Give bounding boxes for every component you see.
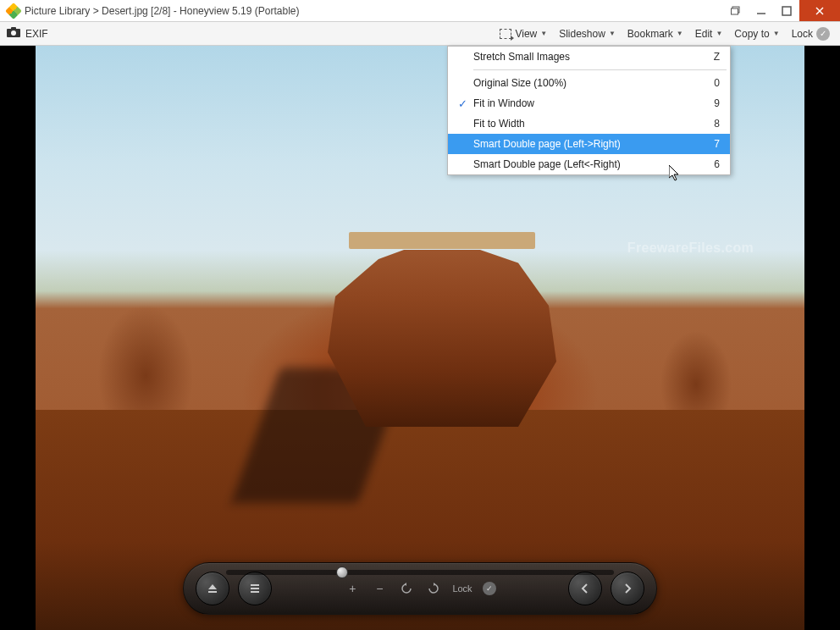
edit-label: Edit	[695, 28, 713, 40]
next-button[interactable]	[611, 572, 644, 605]
lock-button[interactable]: Lock ✓	[788, 24, 833, 44]
menu-item-fit-width[interactable]: Fit to Width 8	[448, 113, 730, 134]
svg-rect-3	[782, 7, 791, 15]
zoom-out-button[interactable]: −	[371, 580, 388, 597]
titlebar: Picture Library > Desert.jpg [2/8] - Hon…	[0, 0, 840, 22]
chevron-down-icon: ▼	[773, 30, 780, 37]
control-lock-label: Lock	[452, 583, 472, 594]
minimize-button[interactable]	[749, 0, 774, 21]
menu-item-double-lr[interactable]: Smart Double page (Left->Right) 7	[448, 134, 730, 154]
menu-shortcut: 0	[703, 77, 720, 89]
svg-rect-1	[732, 8, 738, 14]
menu-label: Fit to Width	[473, 118, 703, 130]
zoom-in-button[interactable]: +	[344, 580, 361, 597]
edit-menu[interactable]: Edit ▼	[692, 25, 727, 43]
slider-thumb[interactable]	[336, 566, 348, 578]
svg-rect-11	[251, 584, 259, 586]
menu-shortcut: 6	[703, 158, 720, 170]
check-icon: ✓	[451, 97, 473, 110]
control-lock-toggle[interactable]: ✓	[483, 582, 496, 595]
position-slider[interactable]	[226, 570, 614, 575]
view-label: View	[515, 28, 537, 40]
menu-separator	[473, 69, 727, 70]
menu-label: Smart Double page (Left<-Right)	[473, 158, 703, 170]
restore-down-indicator-icon	[723, 0, 749, 21]
svg-rect-12	[251, 588, 259, 589]
lock-label: Lock	[792, 28, 813, 40]
watermark-text: FreewareFiles.com	[627, 240, 754, 256]
check-circle-icon: ✓	[816, 27, 830, 41]
window-title: Picture Library > Desert.jpg [2/8] - Hon…	[25, 5, 723, 17]
menu-shortcut: 9	[703, 97, 720, 109]
svg-rect-7	[11, 27, 16, 30]
rotate-cw-button[interactable]	[425, 580, 442, 597]
eject-button[interactable]	[196, 572, 229, 605]
menu-item-fit-window[interactable]: ✓ Fit in Window 9	[448, 93, 730, 113]
svg-point-8	[11, 30, 16, 36]
app-icon	[7, 4, 20, 18]
svg-marker-14	[405, 583, 407, 586]
menu-label: Smart Double page (Left->Right)	[473, 138, 703, 150]
menu-label: Original Size (100%)	[473, 77, 703, 89]
menu-item-double-rl[interactable]: Smart Double page (Left<-Right) 6	[448, 154, 730, 174]
menu-shortcut: Z	[703, 51, 720, 63]
slideshow-menu[interactable]: Slideshow ▼	[555, 25, 619, 43]
menu-label: Stretch Small Images	[473, 51, 703, 63]
menu-item-stretch-small[interactable]: Stretch Small Images Z	[448, 47, 730, 67]
copyto-menu[interactable]: Copy to ▼	[731, 25, 782, 43]
svg-rect-13	[251, 591, 259, 593]
toolbar: EXIF View ▼ Slideshow ▼ Bookmark ▼ Edit …	[0, 22, 840, 46]
chevron-down-icon: ▼	[677, 30, 683, 37]
svg-marker-9	[208, 584, 217, 589]
player-control-bar: + − Lock ✓	[183, 562, 657, 615]
menu-shortcut: 7	[703, 138, 720, 150]
chevron-down-icon: ▼	[609, 30, 616, 37]
chevron-down-icon: ▼	[716, 30, 722, 37]
maximize-button[interactable]	[774, 0, 799, 21]
window-controls	[723, 0, 840, 21]
close-button[interactable]	[799, 0, 840, 21]
camera-icon	[7, 27, 20, 40]
copyto-label: Copy to	[734, 28, 769, 40]
view-dropdown: Stretch Small Images Z Original Size (10…	[447, 46, 731, 175]
exif-label: EXIF	[25, 28, 48, 40]
rotate-ccw-button[interactable]	[398, 580, 415, 597]
view-rect-icon	[500, 29, 511, 39]
chevron-down-icon: ▼	[540, 30, 547, 37]
menu-item-original-size[interactable]: Original Size (100%) 0	[448, 73, 730, 93]
menu-shortcut: 8	[703, 118, 720, 130]
menu-label: Fit in Window	[473, 97, 703, 109]
bookmark-menu[interactable]: Bookmark ▼	[624, 25, 687, 43]
exif-button[interactable]: EXIF	[7, 27, 48, 40]
slideshow-label: Slideshow	[559, 28, 605, 40]
svg-marker-15	[434, 583, 436, 586]
previous-button[interactable]	[568, 572, 602, 605]
svg-rect-10	[208, 591, 217, 593]
view-menu[interactable]: View ▼	[496, 25, 550, 43]
bookmark-label: Bookmark	[627, 28, 673, 40]
list-button[interactable]	[238, 572, 272, 605]
